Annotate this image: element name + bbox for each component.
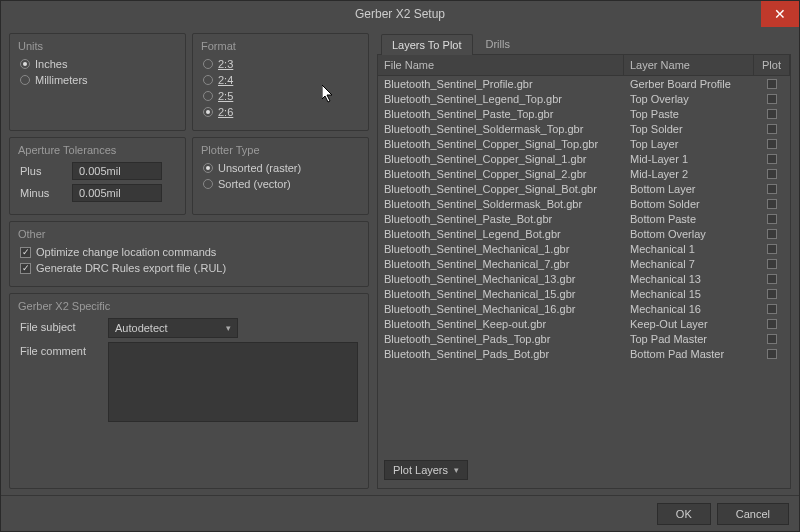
plotter-option-1[interactable]: Sorted (vector) bbox=[203, 178, 358, 190]
cell-plot bbox=[754, 286, 790, 301]
table-row[interactable]: Bluetooth_Sentinel_Soldermask_Bot.gbrBot… bbox=[378, 196, 790, 211]
dialog-title: Gerber X2 Setup bbox=[355, 7, 445, 21]
format-label: 2:5 bbox=[218, 90, 233, 102]
tab-drills[interactable]: Drills bbox=[475, 33, 521, 54]
close-icon: ✕ bbox=[774, 6, 786, 22]
radio-icon bbox=[203, 75, 213, 85]
plot-checkbox[interactable] bbox=[767, 304, 777, 314]
plot-checkbox[interactable] bbox=[767, 154, 777, 164]
cell-plot bbox=[754, 331, 790, 346]
cell-file-name: Bluetooth_Sentinel_Paste_Top.gbr bbox=[378, 106, 624, 121]
cell-layer-name: Keep-Out Layer bbox=[624, 316, 754, 331]
col-file-name[interactable]: File Name bbox=[378, 55, 624, 75]
plot-checkbox[interactable] bbox=[767, 139, 777, 149]
plot-checkbox[interactable] bbox=[767, 259, 777, 269]
units-option-0[interactable]: Inches bbox=[20, 58, 175, 70]
units-group: Units InchesMillimeters bbox=[9, 33, 186, 131]
format-label: 2:6 bbox=[218, 106, 233, 118]
plot-checkbox[interactable] bbox=[767, 94, 777, 104]
table-row[interactable]: Bluetooth_Sentinel_Copper_Signal_Top.gbr… bbox=[378, 136, 790, 151]
format-option-3[interactable]: 2:6 bbox=[203, 106, 358, 118]
other-option-1[interactable]: Generate DRC Rules export file (.RUL) bbox=[20, 262, 358, 274]
table-body[interactable]: Bluetooth_Sentinel_Profile.gbrGerber Boa… bbox=[378, 76, 790, 452]
file-comment-label: File comment bbox=[20, 342, 100, 357]
plot-checkbox[interactable] bbox=[767, 319, 777, 329]
dialog-window: Gerber X2 Setup ✕ Units InchesMillimeter… bbox=[0, 0, 800, 532]
format-label: 2:4 bbox=[218, 74, 233, 86]
table-row[interactable]: Bluetooth_Sentinel_Copper_Signal_2.gbrMi… bbox=[378, 166, 790, 181]
cell-plot bbox=[754, 76, 790, 91]
table-row[interactable]: Bluetooth_Sentinel_Legend_Top.gbrTop Ove… bbox=[378, 91, 790, 106]
format-option-0[interactable]: 2:3 bbox=[203, 58, 358, 70]
table-row[interactable]: Bluetooth_Sentinel_Soldermask_Top.gbrTop… bbox=[378, 121, 790, 136]
table-row[interactable]: Bluetooth_Sentinel_Mechanical_15.gbrMech… bbox=[378, 286, 790, 301]
table-row[interactable]: Bluetooth_Sentinel_Mechanical_16.gbrMech… bbox=[378, 301, 790, 316]
radio-icon bbox=[203, 179, 213, 189]
close-button[interactable]: ✕ bbox=[761, 1, 799, 27]
plot-checkbox[interactable] bbox=[767, 184, 777, 194]
table-row[interactable]: Bluetooth_Sentinel_Paste_Top.gbrTop Past… bbox=[378, 106, 790, 121]
plotter-option-0[interactable]: Unsorted (raster) bbox=[203, 162, 358, 174]
cell-layer-name: Mechanical 13 bbox=[624, 271, 754, 286]
table-row[interactable]: Bluetooth_Sentinel_Copper_Signal_Bot.gbr… bbox=[378, 181, 790, 196]
format-option-1[interactable]: 2:4 bbox=[203, 74, 358, 86]
cell-plot bbox=[754, 196, 790, 211]
radio-icon bbox=[203, 163, 213, 173]
format-option-2[interactable]: 2:5 bbox=[203, 90, 358, 102]
format-label: 2:3 bbox=[218, 58, 233, 70]
table-row[interactable]: Bluetooth_Sentinel_Legend_Bot.gbrBottom … bbox=[378, 226, 790, 241]
aperture-group: Aperture Tolerances Plus Minus bbox=[9, 137, 186, 215]
cell-file-name: Bluetooth_Sentinel_Mechanical_16.gbr bbox=[378, 301, 624, 316]
cell-file-name: Bluetooth_Sentinel_Soldermask_Bot.gbr bbox=[378, 196, 624, 211]
plot-checkbox[interactable] bbox=[767, 124, 777, 134]
cell-layer-name: Gerber Board Profile bbox=[624, 76, 754, 91]
file-subject-value: Autodetect bbox=[115, 322, 168, 334]
x2-title: Gerber X2 Specific bbox=[18, 300, 360, 312]
tab-layers[interactable]: Layers To Plot bbox=[381, 34, 473, 55]
file-subject-select[interactable]: Autodetect bbox=[108, 318, 238, 338]
table-row[interactable]: Bluetooth_Sentinel_Paste_Bot.gbrBottom P… bbox=[378, 211, 790, 226]
checkbox-icon bbox=[20, 247, 31, 258]
minus-label: Minus bbox=[20, 187, 64, 199]
units-option-1[interactable]: Millimeters bbox=[20, 74, 175, 86]
plot-layers-button[interactable]: Plot Layers bbox=[384, 460, 468, 480]
cell-file-name: Bluetooth_Sentinel_Pads_Bot.gbr bbox=[378, 346, 624, 361]
plot-checkbox[interactable] bbox=[767, 214, 777, 224]
col-plot[interactable]: Plot bbox=[754, 55, 790, 75]
table-row[interactable]: Bluetooth_Sentinel_Mechanical_7.gbrMecha… bbox=[378, 256, 790, 271]
other-option-0[interactable]: Optimize change location commands bbox=[20, 246, 358, 258]
checkbox-icon bbox=[20, 263, 31, 274]
titlebar: Gerber X2 Setup ✕ bbox=[1, 1, 799, 27]
plot-checkbox[interactable] bbox=[767, 109, 777, 119]
plot-checkbox[interactable] bbox=[767, 334, 777, 344]
left-column: Units InchesMillimeters Format 2:32:42:5… bbox=[9, 33, 369, 489]
plot-checkbox[interactable] bbox=[767, 244, 777, 254]
minus-input[interactable] bbox=[72, 184, 162, 202]
cancel-button[interactable]: Cancel bbox=[717, 503, 789, 525]
units-label: Inches bbox=[35, 58, 67, 70]
plot-checkbox[interactable] bbox=[767, 79, 777, 89]
plot-checkbox[interactable] bbox=[767, 274, 777, 284]
plot-checkbox[interactable] bbox=[767, 169, 777, 179]
plot-checkbox[interactable] bbox=[767, 289, 777, 299]
table-row[interactable]: Bluetooth_Sentinel_Copper_Signal_1.gbrMi… bbox=[378, 151, 790, 166]
plot-checkbox[interactable] bbox=[767, 199, 777, 209]
format-group: Format 2:32:42:52:6 bbox=[192, 33, 369, 131]
plot-checkbox[interactable] bbox=[767, 229, 777, 239]
cell-plot bbox=[754, 241, 790, 256]
cell-file-name: Bluetooth_Sentinel_Copper_Signal_2.gbr bbox=[378, 166, 624, 181]
ok-button[interactable]: OK bbox=[657, 503, 711, 525]
table-row[interactable]: Bluetooth_Sentinel_Mechanical_13.gbrMech… bbox=[378, 271, 790, 286]
plus-input[interactable] bbox=[72, 162, 162, 180]
table-row[interactable]: Bluetooth_Sentinel_Keep-out.gbrKeep-Out … bbox=[378, 316, 790, 331]
file-comment-textarea[interactable] bbox=[108, 342, 358, 422]
units-label: Millimeters bbox=[35, 74, 88, 86]
other-label: Generate DRC Rules export file (.RUL) bbox=[36, 262, 226, 274]
cell-file-name: Bluetooth_Sentinel_Mechanical_15.gbr bbox=[378, 286, 624, 301]
col-layer-name[interactable]: Layer Name bbox=[624, 55, 754, 75]
table-row[interactable]: Bluetooth_Sentinel_Pads_Top.gbrTop Pad M… bbox=[378, 331, 790, 346]
table-row[interactable]: Bluetooth_Sentinel_Profile.gbrGerber Boa… bbox=[378, 76, 790, 91]
table-row[interactable]: Bluetooth_Sentinel_Pads_Bot.gbrBottom Pa… bbox=[378, 346, 790, 361]
table-row[interactable]: Bluetooth_Sentinel_Mechanical_1.gbrMecha… bbox=[378, 241, 790, 256]
plot-checkbox[interactable] bbox=[767, 349, 777, 359]
